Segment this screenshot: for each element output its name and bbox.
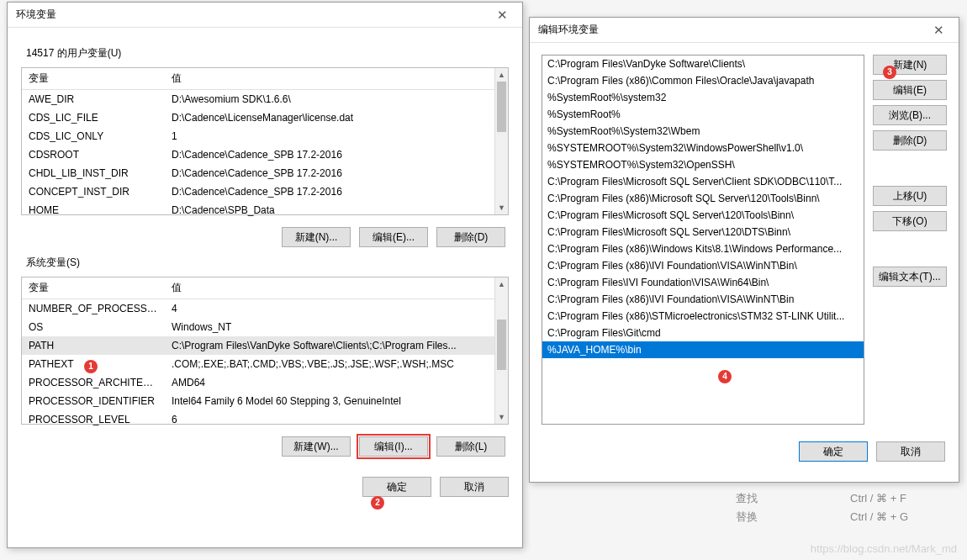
- background-hints: 查找 Ctrl / ⌘ + F 替换 Ctrl / ⌘ + G: [736, 489, 908, 526]
- path-list[interactable]: C:\Program Files\VanDyke Software\Client…: [542, 55, 864, 425]
- bg-find-label: 查找: [736, 489, 758, 508]
- list-item[interactable]: C:\Program Files\IVI Foundation\VISA\Win…: [542, 274, 864, 291]
- list-item[interactable]: C:\Program Files (x86)\Common Files\Orac…: [542, 72, 864, 89]
- list-item[interactable]: %SystemRoot%: [542, 106, 864, 123]
- scroll-up-icon[interactable]: ▲: [495, 277, 508, 291]
- var-value: 1: [165, 127, 508, 145]
- list-item[interactable]: %SystemRoot%\System32\Wbem: [542, 123, 864, 140]
- col-variable[interactable]: 变量: [22, 277, 165, 298]
- var-name: CDS_LIC_ONLY: [22, 127, 165, 145]
- env-ok-button[interactable]: 确定: [362, 477, 431, 497]
- delete-user-var-button[interactable]: 删除(D): [436, 227, 505, 247]
- user-vars-label: 14517 的用户变量(U): [26, 46, 509, 61]
- scrollbar[interactable]: ▲ ▼: [494, 68, 508, 214]
- col-value[interactable]: 值: [165, 277, 508, 298]
- move-down-button[interactable]: 下移(O): [873, 211, 947, 231]
- scroll-thumb[interactable]: [497, 320, 506, 370]
- col-variable[interactable]: 变量: [22, 68, 165, 89]
- delete-path-button[interactable]: 删除(D): [873, 130, 947, 151]
- var-value: D:\Cadence\Cadence_SPB 17.2-2016: [165, 182, 508, 201]
- list-item[interactable]: %SYSTEMROOT%\System32\WindowsPowerShell\…: [542, 140, 864, 156]
- list-item[interactable]: C:\Program Files (x86)\Microsoft SQL Ser…: [542, 190, 864, 207]
- var-name: PROCESSOR_IDENTIFIER: [22, 392, 165, 410]
- table-row[interactable]: OSWindows_NT: [22, 318, 508, 336]
- marker-3: 3: [883, 66, 896, 79]
- close-icon[interactable]: ✕: [487, 3, 517, 27]
- table-row[interactable]: CONCEPT_INST_DIRD:\Cadence\Cadence_SPB 1…: [22, 182, 508, 201]
- var-value: AMD64: [165, 373, 508, 392]
- table-row[interactable]: CDS_LIC_ONLY1: [22, 127, 508, 145]
- var-value: D:\Cadence\Cadence_SPB 17.2-2016: [165, 145, 508, 164]
- edit-path-button[interactable]: 编辑(E): [873, 80, 947, 100]
- var-name: HOME: [22, 201, 165, 219]
- edit-sys-var-button[interactable]: 编辑(I)...: [359, 436, 428, 457]
- table-row[interactable]: PROCESSOR_LEVEL6: [22, 410, 508, 429]
- list-item[interactable]: C:\Program Files (x86)\Windows Kits\8.1\…: [542, 240, 864, 257]
- var-name: OS: [22, 318, 165, 336]
- var-value: D:\Awesomium SDK\1.6.6\: [165, 90, 508, 108]
- user-table-body[interactable]: AWE_DIRD:\Awesomium SDK\1.6.6\CDS_LIC_FI…: [22, 90, 508, 219]
- table-row[interactable]: PATHC:\Program Files\VanDyke Software\Cl…: [22, 336, 508, 355]
- table-row[interactable]: PROCESSOR_IDENTIFIERIntel64 Family 6 Mod…: [22, 392, 508, 410]
- list-item[interactable]: C:\Program Files (x86)\IVI Foundation\VI…: [542, 257, 864, 274]
- user-btn-row: 新建(N)... 编辑(E)... 删除(D): [21, 227, 505, 247]
- var-name: AWE_DIR: [22, 90, 165, 108]
- var-value: .COM;.EXE;.BAT;.CMD;.VBS;.VBE;.JS;.JSE;.…: [165, 355, 508, 373]
- scroll-down-icon[interactable]: ▼: [495, 410, 508, 424]
- var-value: D:\Cadence\Cadence_SPB 17.2-2016: [165, 164, 508, 182]
- env-bottom-row: 确定 取消: [8, 472, 522, 507]
- close-icon[interactable]: ✕: [923, 18, 954, 42]
- env-cancel-button[interactable]: 取消: [440, 477, 509, 497]
- var-value: Intel64 Family 6 Model 60 Stepping 3, Ge…: [165, 392, 508, 410]
- scroll-thumb[interactable]: [497, 82, 506, 132]
- list-item[interactable]: C:\Program Files (x86)\IVI Foundation\VI…: [542, 291, 864, 308]
- col-value[interactable]: 值: [165, 68, 508, 89]
- var-name: CONCEPT_INST_DIR: [22, 182, 165, 201]
- list-item[interactable]: %SYSTEMROOT%\System32\OpenSSH\: [542, 156, 864, 173]
- scroll-up-icon[interactable]: ▲: [495, 68, 508, 82]
- table-row[interactable]: HOMED:\Cadence\SPB_Data: [22, 201, 508, 219]
- sys-vars-table[interactable]: 变量 值 NUMBER_OF_PROCESSORS4OSWindows_NTPA…: [21, 277, 509, 425]
- scroll-down-icon[interactable]: ▼: [495, 201, 508, 214]
- list-item[interactable]: C:\Program Files\Git\cmd: [542, 325, 864, 341]
- var-value: 4: [165, 299, 508, 318]
- sys-btn-row: 新建(W)... 编辑(I)... 删除(L): [21, 436, 505, 457]
- user-table-header: 变量 值: [22, 68, 508, 90]
- edit-cancel-button[interactable]: 取消: [876, 441, 945, 462]
- browse-path-button[interactable]: 浏览(B)...: [873, 105, 947, 125]
- edit-text-button[interactable]: 编辑文本(T)...: [873, 267, 947, 287]
- list-item[interactable]: C:\Program Files\VanDyke Software\Client…: [542, 55, 864, 72]
- list-item[interactable]: %JAVA_HOME%\bin: [542, 341, 864, 358]
- list-item[interactable]: %SystemRoot%\system32: [542, 89, 864, 106]
- list-item[interactable]: C:\Program Files\Microsoft SQL Server\Cl…: [542, 173, 864, 190]
- table-row[interactable]: CDS_LIC_FILED:\Cadence\LicenseManager\li…: [22, 108, 508, 127]
- var-value: Windows_NT: [165, 318, 508, 336]
- bg-replace-key: Ctrl / ⌘ + G: [850, 508, 908, 526]
- table-row[interactable]: PROCESSOR_ARCHITECT...AMD64: [22, 373, 508, 392]
- new-sys-var-button[interactable]: 新建(W)...: [282, 436, 351, 457]
- scrollbar[interactable]: ▲ ▼: [494, 277, 508, 424]
- table-row[interactable]: CDSROOTD:\Cadence\Cadence_SPB 17.2-2016: [22, 145, 508, 164]
- edit-ok-button[interactable]: 确定: [799, 441, 868, 462]
- list-item[interactable]: C:\Program Files\Microsoft SQL Server\12…: [542, 207, 864, 224]
- edit-dialog-body: C:\Program Files\VanDyke Software\Client…: [530, 43, 959, 436]
- sys-table-header: 变量 值: [22, 277, 508, 299]
- env-dialog-title: 环境变量: [16, 8, 56, 22]
- var-value: 6: [165, 410, 508, 429]
- table-row[interactable]: AWE_DIRD:\Awesomium SDK\1.6.6\: [22, 90, 508, 108]
- table-row[interactable]: NUMBER_OF_PROCESSORS4: [22, 299, 508, 318]
- edit-user-var-button[interactable]: 编辑(E)...: [359, 227, 428, 247]
- var-name: CHDL_LIB_INST_DIR: [22, 164, 165, 182]
- user-vars-table[interactable]: 变量 值 AWE_DIRD:\Awesomium SDK\1.6.6\CDS_L…: [21, 67, 509, 215]
- list-item[interactable]: C:\Program Files\Microsoft SQL Server\12…: [542, 224, 864, 240]
- edit-env-dialog: 编辑环境变量 ✕ C:\Program Files\VanDyke Softwa…: [529, 17, 959, 483]
- env-dialog-body: 14517 的用户变量(U) 变量 值 AWE_DIRD:\Awesomium …: [8, 28, 522, 472]
- delete-sys-var-button[interactable]: 删除(L): [436, 436, 505, 457]
- new-user-var-button[interactable]: 新建(N)...: [282, 227, 351, 247]
- env-dialog-titlebar: 环境变量 ✕: [8, 3, 522, 28]
- list-item[interactable]: C:\Program Files (x86)\STMicroelectronic…: [542, 308, 864, 325]
- side-buttons: 新建(N) 编辑(E) 浏览(B)... 删除(D) 上移(U) 下移(O) 编…: [873, 55, 947, 425]
- table-row[interactable]: CHDL_LIB_INST_DIRD:\Cadence\Cadence_SPB …: [22, 164, 508, 182]
- move-up-button[interactable]: 上移(U): [873, 186, 947, 206]
- var-name: CDS_LIC_FILE: [22, 108, 165, 127]
